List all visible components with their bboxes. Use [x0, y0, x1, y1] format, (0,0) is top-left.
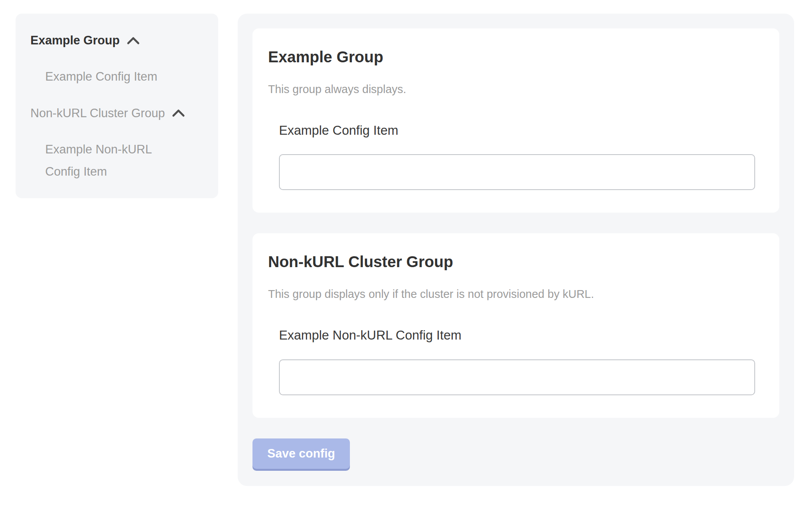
sidebar-item-example-config-item[interactable]: Example Config Item	[45, 65, 176, 88]
sidebar-group-example-group[interactable]: Example Group	[30, 33, 203, 48]
group-title: Example Group	[268, 48, 764, 66]
group-title: Non-kURL Cluster Group	[268, 253, 764, 271]
config-item-label: Example Non-kURL Config Item	[279, 327, 764, 343]
save-config-button[interactable]: Save config	[252, 438, 350, 469]
config-group-card-example-group: Example Group This group always displays…	[252, 28, 779, 213]
config-nav-sidebar: Example Group Example Config Item Non-kU…	[16, 14, 218, 198]
group-description: This group always displays.	[268, 82, 764, 97]
group-description: This group displays only if the cluster …	[268, 287, 764, 302]
sidebar-item-example-non-kurl-config-item[interactable]: Example Non-kURL Config Item	[45, 138, 176, 183]
sidebar-group-label: Example Group	[30, 33, 120, 48]
config-field: Example Non-kURL Config Item	[279, 327, 764, 395]
sidebar-group-non-kurl-cluster-group[interactable]: Non-kURL Cluster Group	[30, 106, 203, 120]
config-main-panel: Example Group This group always displays…	[238, 14, 794, 486]
example-non-kurl-config-item-input[interactable]	[279, 359, 755, 395]
config-group-card-non-kurl-cluster-group: Non-kURL Cluster Group This group displa…	[252, 233, 779, 417]
example-config-item-input[interactable]	[279, 154, 755, 190]
config-item-label: Example Config Item	[279, 123, 764, 138]
chevron-up-icon[interactable]	[127, 36, 140, 45]
config-page: Example Group Example Config Item Non-kU…	[0, 0, 812, 507]
sidebar-group-label: Non-kURL Cluster Group	[30, 106, 165, 120]
chevron-up-icon[interactable]	[172, 109, 185, 117]
config-field: Example Config Item	[279, 123, 764, 190]
